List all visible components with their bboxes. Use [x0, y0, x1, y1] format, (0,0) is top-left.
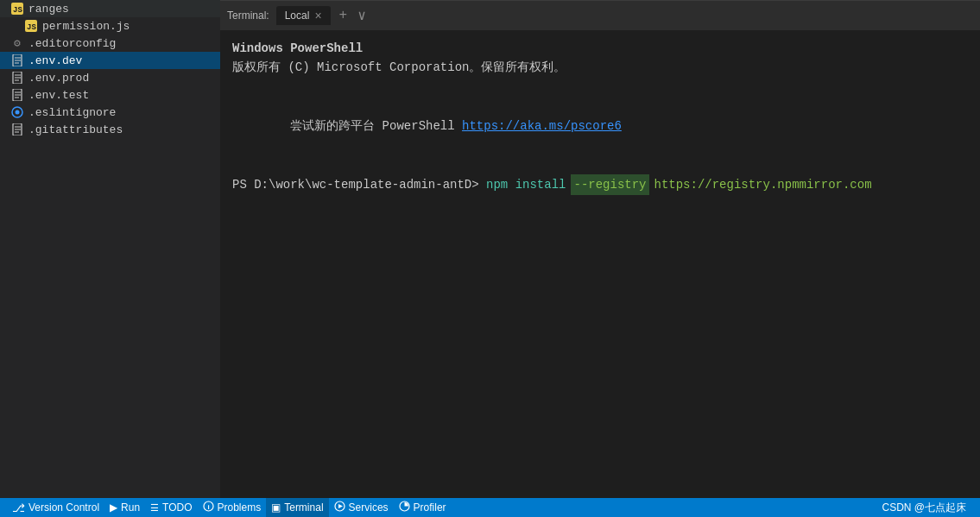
terminal-icon: ▣ — [271, 501, 281, 514]
status-item-todo[interactable]: ☰ TODO — [145, 498, 197, 517]
file-name-env-dev: .env.dev — [28, 54, 82, 67]
status-item-services[interactable]: Services — [329, 498, 394, 517]
terminal-line-copyright: 版权所有 (C) Microsoft Corporation。保留所有权利。 — [232, 58, 968, 77]
terminal-line-blank1 — [232, 78, 968, 97]
terminal-tab-name: Local — [285, 9, 310, 22]
terminal-add-button[interactable]: + — [336, 6, 351, 25]
run-icon: ▶ — [110, 501, 117, 514]
status-item-version-control[interactable]: ⎇ Version Control — [7, 498, 104, 517]
svg-text:i: i — [207, 503, 209, 511]
file-text-icon-envtest — [10, 88, 24, 102]
file-text-icon-gitattributes — [10, 123, 24, 136]
svg-marker-25 — [338, 504, 343, 508]
file-name-env-prod: .env.prod — [28, 72, 89, 85]
run-label: Run — [121, 501, 140, 514]
terminal-status-label: Terminal — [284, 501, 323, 514]
terminal-tab-actions: + ∨ — [336, 5, 370, 26]
terminal-line-powershell: Windows PowerShell — [232, 39, 968, 58]
problems-label: Problems — [218, 501, 262, 514]
status-item-terminal[interactable]: ▣ Terminal — [266, 498, 328, 517]
file-text-icon-envdev — [10, 54, 24, 67]
gear-icon-file: ⚙ — [10, 36, 24, 50]
status-item-profiler[interactable]: Profiler — [394, 498, 452, 517]
file-name-editorconfig: .editorconfig — [28, 37, 116, 50]
todo-label: TODO — [162, 501, 192, 514]
status-item-problems[interactable]: i Problems — [198, 498, 267, 517]
circle-blue-icon — [10, 105, 24, 119]
terminal-content[interactable]: Windows PowerShell 版权所有 (C) Microsoft Co… — [220, 30, 980, 498]
svg-text:JS: JS — [27, 23, 36, 32]
profiler-label: Profiler — [414, 501, 446, 514]
todo-icon: ☰ — [150, 502, 159, 514]
version-control-icon: ⎇ — [12, 501, 25, 514]
terminal-prompt: PS D:\work\wc-template-admin-antD> — [232, 175, 486, 194]
terminal-cmd-flag: --registry — [571, 174, 648, 195]
problems-icon: i — [203, 501, 214, 514]
file-name-ranges: ranges — [28, 3, 69, 16]
file-text-icon-envprod — [10, 71, 24, 85]
pscore-text: 尝试新的跨平台 PowerShell — [290, 119, 462, 133]
status-bar: ⎇ Version Control ▶ Run ☰ TODO i Problem… — [0, 498, 980, 517]
file-item-env-prod[interactable]: .env.prod — [0, 69, 220, 86]
pscore-link[interactable]: https://aka.ms/pscore6 — [462, 119, 622, 133]
file-item-editorconfig[interactable]: ⚙ .editorconfig — [0, 35, 220, 52]
services-icon — [334, 501, 345, 514]
file-name-gitattributes: .gitattributes — [28, 123, 123, 136]
js-icon: JS — [10, 2, 24, 16]
terminal-tab-local[interactable]: Local × — [276, 6, 331, 25]
terminal-cmd-npm: npm install — [486, 175, 566, 194]
terminal-tab-bar: Terminal: Local × + ∨ — [220, 0, 980, 30]
profiler-icon — [399, 501, 410, 514]
terminal-container: Terminal: Local × + ∨ Windows PowerShell… — [220, 0, 980, 498]
file-item-permission[interactable]: JS permission.js — [0, 17, 220, 35]
file-name-eslintignore: .eslintignore — [28, 106, 116, 119]
services-label: Services — [349, 501, 389, 514]
terminal-line-blank2 — [232, 154, 968, 173]
csdn-badge: CSDN @七点起床 — [882, 501, 973, 515]
file-name-env-test: .env.test — [28, 89, 89, 102]
file-item-env-dev[interactable]: .env.dev — [0, 52, 220, 69]
file-explorer: JS ranges JS permission.js ⚙ .editorconf… — [0, 0, 220, 498]
file-item-gitattributes[interactable]: .gitattributes — [0, 121, 220, 138]
svg-text:JS: JS — [13, 6, 22, 15]
terminal-line-npm: PS D:\work\wc-template-admin-antD> npm i… — [232, 174, 968, 195]
status-item-run[interactable]: ▶ Run — [104, 498, 145, 517]
file-item-env-test[interactable]: .env.test — [0, 86, 220, 104]
status-bar-right: CSDN @七点起床 — [882, 501, 973, 515]
terminal-cmd-url: https://registry.npmmirror.com — [654, 175, 872, 194]
terminal-chevron-button[interactable]: ∨ — [354, 5, 370, 26]
version-control-label: Version Control — [28, 501, 99, 514]
terminal-close-button[interactable]: × — [314, 9, 321, 22]
file-item-ranges[interactable]: JS ranges — [0, 0, 220, 17]
file-item-eslintignore[interactable]: .eslintignore — [0, 104, 220, 121]
js-icon-permission: JS — [24, 19, 38, 33]
svg-point-17 — [16, 110, 20, 115]
file-name-permission: permission.js — [42, 20, 130, 33]
terminal-label: Terminal: — [227, 9, 269, 22]
terminal-line-pscore: 尝试新的跨平台 PowerShell https://aka.ms/pscore… — [232, 97, 968, 154]
